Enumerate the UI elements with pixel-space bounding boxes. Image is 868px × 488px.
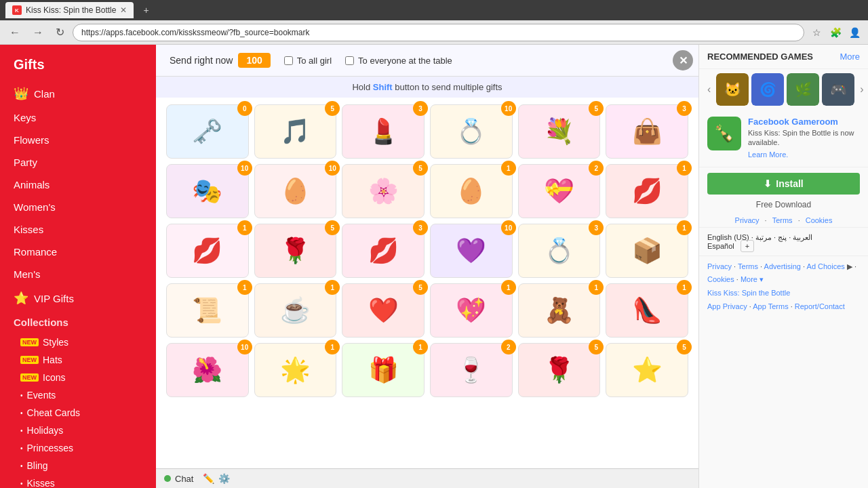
privacy-link[interactable]: Privacy <box>735 216 760 224</box>
footer-app-terms[interactable]: App Terms <box>753 302 788 310</box>
rec-title: RECOMMENDED GAMES <box>707 52 813 62</box>
gift-badge: 10 <box>501 220 516 235</box>
free-download-label: Free Download <box>699 200 868 214</box>
vip-icon: ⭐ <box>14 291 28 306</box>
address-bar[interactable] <box>73 24 804 41</box>
gift-item[interactable]: 1🌟 <box>254 343 337 397</box>
gift-item[interactable]: 1🧸 <box>518 283 601 338</box>
sidebar-item-vip[interactable]: ⭐ VIP Gifts <box>0 285 156 311</box>
to-all-girl-checkbox[interactable] <box>284 56 293 65</box>
gift-item[interactable]: 5🌸 <box>342 164 425 218</box>
footer-terms[interactable]: Terms <box>738 262 758 270</box>
sidebar-item-animals[interactable]: Animals <box>0 174 156 196</box>
gift-item[interactable]: 1💋 <box>606 164 688 218</box>
sidebar-sub-events[interactable]: • Events <box>0 386 156 404</box>
refresh-button[interactable]: ↻ <box>52 23 68 41</box>
install-button[interactable]: ⬇ Install <box>707 173 860 195</box>
gift-item[interactable]: 5🌹 <box>518 343 601 397</box>
gift-badge: 5 <box>325 101 340 116</box>
rec-game-2[interactable]: 🌀 <box>751 73 784 106</box>
new-tab-button[interactable]: + <box>139 5 153 16</box>
sidebar-section-collections[interactable]: Collections <box>0 311 156 333</box>
footer-cookies[interactable]: Cookies <box>707 275 734 283</box>
gift-item[interactable]: 0🗝️ <box>166 104 249 159</box>
gift-item[interactable]: 5💐 <box>518 104 601 159</box>
footer-more[interactable]: More ▾ <box>741 275 764 283</box>
sidebar-sub-icons[interactable]: NEW Icons <box>0 369 156 386</box>
footer-report[interactable]: Report/Contact <box>795 302 845 310</box>
sidebar-item-keys[interactable]: Keys <box>0 106 156 129</box>
sidebar-item-mens[interactable]: Men's <box>0 263 156 285</box>
gift-item[interactable]: 1🎁 <box>342 343 425 397</box>
sidebar-sub-hats[interactable]: NEW Hats <box>0 351 156 369</box>
bookmark-icon[interactable]: ☆ <box>808 24 825 41</box>
learn-more-link[interactable]: Learn More. <box>748 150 788 159</box>
featured-game-title[interactable]: Facebook Gameroom <box>748 117 860 127</box>
back-button[interactable]: ← <box>5 24 24 41</box>
gift-item[interactable]: 10💜 <box>430 224 513 278</box>
cookies-link[interactable]: Cookies <box>806 216 833 224</box>
gift-item[interactable]: 1💋 <box>166 224 249 278</box>
prev-game-button[interactable]: ‹ <box>705 83 713 96</box>
chat-compose-icon[interactable]: ✏️ <box>203 473 214 484</box>
sidebar-sub-princesses[interactable]: • Princesses <box>0 439 156 457</box>
next-game-button[interactable]: › <box>857 83 866 96</box>
gift-item[interactable]: 3💋 <box>342 224 425 278</box>
gift-item[interactable]: 5❤️ <box>342 283 425 338</box>
profile-icon[interactable]: 👤 <box>846 24 863 41</box>
gift-item[interactable]: 10🥚 <box>254 164 337 218</box>
forward-button[interactable]: → <box>28 24 47 41</box>
sidebar-sub-holidays[interactable]: • Holidays <box>0 422 156 439</box>
sidebar-sub-kisses2[interactable]: • Kisses <box>0 474 156 488</box>
gift-item[interactable]: 1📦 <box>606 224 688 278</box>
gift-item[interactable]: 3💍 <box>518 224 601 278</box>
sidebar-item-womens[interactable]: Women's <box>0 196 156 218</box>
footer-privacy[interactable]: Privacy <box>707 262 732 270</box>
gift-item[interactable]: 10🎭 <box>166 164 249 218</box>
gift-badge: 3 <box>677 101 692 116</box>
gift-item[interactable]: 5⭐ <box>606 343 688 397</box>
gifts-scroll[interactable]: 0🗝️5🎵3💄10💍5💐3👜10🎭10🥚5🌸1🥚2💝1💋1💋5🌹3💋10💜3💍1… <box>156 98 698 488</box>
gift-item[interactable]: 1☕ <box>254 283 337 338</box>
sidebar-sub-bling[interactable]: • Bling <box>0 457 156 474</box>
to-everyone-checkbox[interactable] <box>345 56 354 65</box>
gift-item[interactable]: 5🎵 <box>254 104 337 159</box>
footer-ad-choices[interactable]: Ad Choices <box>807 262 845 270</box>
sidebar-item-flowers[interactable]: Flowers <box>0 129 156 151</box>
gift-badge: 10 <box>501 101 516 116</box>
sidebar-item-party[interactable]: Party <box>0 151 156 174</box>
more-link[interactable]: More <box>840 52 860 62</box>
terms-link[interactable]: Terms <box>772 216 793 224</box>
gift-item[interactable]: 2🍷 <box>430 343 513 397</box>
tab-close-button[interactable]: ✕ <box>120 5 127 15</box>
chat-settings-icon[interactable]: ⚙️ <box>218 473 230 484</box>
gift-item[interactable]: 2💝 <box>518 164 601 218</box>
lang-add-icon[interactable]: + <box>741 240 754 252</box>
rec-game-3[interactable]: 🌿 <box>787 73 819 106</box>
sidebar-item-clan[interactable]: 👑 Clan <box>0 81 156 106</box>
rec-game-4[interactable]: 🎮 <box>822 73 854 106</box>
sidebar-sub-styles[interactable]: NEW Styles <box>0 333 156 351</box>
gift-item[interactable]: 1🥚 <box>430 164 513 218</box>
rec-game-1[interactable]: 🐱 <box>716 73 749 106</box>
footer-app-privacy[interactable]: App Privacy <box>707 302 747 310</box>
gift-item[interactable]: 10💍 <box>430 104 513 159</box>
close-button[interactable]: ✕ <box>673 50 693 70</box>
gift-hint: Hold Shift button to send multiple gifts <box>156 77 698 98</box>
gift-item[interactable]: 1📜 <box>166 283 249 338</box>
to-everyone-section: To everyone at the table <box>345 56 452 66</box>
sidebar-item-romance[interactable]: Romance <box>0 241 156 263</box>
chat-bar[interactable]: Chat ✏️ ⚙️ <box>156 468 698 488</box>
sidebar-sub-cheat-cards[interactable]: • Cheat Cards <box>0 404 156 422</box>
gift-item[interactable]: 5🌹 <box>254 224 337 278</box>
gift-item[interactable]: 1💖 <box>430 283 513 338</box>
footer-kisskiss[interactable]: Kiss Kiss: Spin the Bottle <box>707 289 790 297</box>
gift-item[interactable]: 3💄 <box>342 104 425 159</box>
gift-item[interactable]: 3👜 <box>606 104 688 159</box>
footer-advertising[interactable]: Advertising <box>764 262 801 270</box>
gift-item[interactable]: 10🌺 <box>166 343 249 397</box>
sidebar-item-kisses[interactable]: Kisses <box>0 218 156 241</box>
browser-tab[interactable]: K Kiss Kiss: Spin the Bottle ✕ <box>5 2 134 18</box>
extensions-icon[interactable]: 🧩 <box>827 24 844 41</box>
gift-item[interactable]: 1👠 <box>606 283 688 338</box>
